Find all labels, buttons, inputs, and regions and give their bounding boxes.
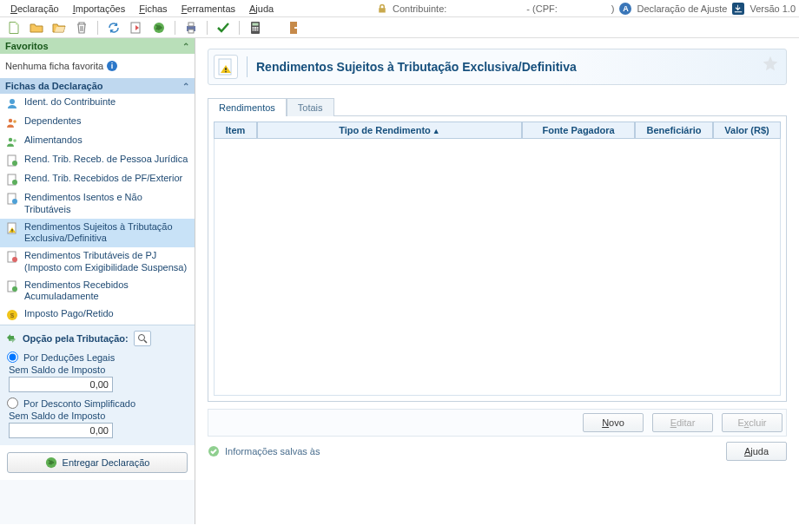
info-icon[interactable]: i [107,61,117,71]
doc-blue-icon [5,192,19,206]
col-fonte[interactable]: Fonte Pagadora [522,122,635,139]
lock-icon [377,3,387,14]
arrows-icon [5,332,17,345]
favoritos-header[interactable]: Favoritos ⌃ [0,38,195,54]
tree-label: Rendimentos Isentos e Não Tributáveis [24,192,189,216]
print-icon[interactable] [182,19,200,36]
person-icon [5,96,19,110]
tree-item-rend-pj[interactable]: Rend. Trib. Receb. de Pessoa Jurídica [0,151,195,170]
cpf-end: ) [611,3,615,14]
doc-green2-icon [5,173,19,187]
svg-rect-4 [188,30,194,33]
tree-item-ident[interactable]: Ident. do Contribuinte [0,94,195,113]
doc-green3-icon [5,279,19,293]
content-area: Rendimentos Sujeitos à Tributação Exclus… [195,38,799,524]
svg-point-29 [12,257,17,262]
svg-rect-11 [254,29,256,30]
col-benef[interactable]: Beneficiário [635,122,713,139]
deliver-button[interactable]: Entregar Declaração [7,452,188,473]
deliver-label: Entregar Declaração [63,457,150,468]
download-icon [732,3,744,15]
col-tipo[interactable]: Tipo de Rendimento▲ [257,122,522,139]
new-doc-icon[interactable] [5,19,23,36]
editar-button: Editar [652,413,713,432]
value-1 [9,377,113,392]
favoritos-label: Favoritos [5,41,49,51]
menu-importacoes[interactable]: Importações [66,2,133,16]
cpf-label: - (CPF: [526,3,557,14]
opt-simplificado[interactable]: Por Desconto Simplificado [5,396,189,410]
svg-rect-8 [254,27,256,29]
tree-item-imposto[interactable]: $ Imposto Pago/Retido [0,305,195,325]
menu-ferramentas[interactable]: Ferramentas [175,2,242,16]
ajuda-button[interactable]: Ajuda [726,442,787,461]
svg-point-17 [9,138,12,141]
people2-icon [5,135,19,148]
svg-rect-27 [11,231,12,232]
svg-point-15 [9,119,12,122]
tree-item-exclusiva[interactable]: Rendimentos Sujeitos à Tributação Exclus… [0,219,195,248]
tree-item-dependentes[interactable]: Dependentes [0,113,195,132]
svg-rect-9 [257,27,259,29]
svg-text:$: $ [10,312,15,319]
collapse-icon: ⌃ [182,82,189,91]
collapse-icon: ⌃ [182,42,189,51]
footer-text: Informações salvas às [225,446,320,456]
no-favorites-text: Nenhuma ficha favorita i [5,57,189,75]
tree-label: Rend. Trib. Recebidos de PF/Exterior [24,173,189,185]
content-footer: Informações salvas às Ajuda [208,442,787,461]
svg-point-22 [12,180,17,185]
favorite-star-button[interactable] [762,55,779,72]
sub-label-1: Sem Saldo de Imposto [5,365,189,375]
people-icon [5,115,19,129]
tree-item-alimentandos[interactable]: Alimentandos [0,132,195,151]
exit-icon[interactable] [287,19,304,36]
col-item[interactable]: Item [214,122,257,139]
globe-icon[interactable] [150,19,168,36]
badge-a-icon: A [619,3,631,15]
value-2 [9,423,113,438]
tab-rendimentos[interactable]: Rendimentos [208,98,287,116]
radio-deducoes[interactable] [7,351,18,363]
trash-icon[interactable] [73,19,90,36]
doc-warning-large-icon [214,55,238,79]
excluir-button: Excluir [722,413,782,432]
tab-totais[interactable]: Totais [287,98,334,116]
open-folder-icon[interactable] [28,19,45,36]
open-folder2-icon[interactable] [50,19,68,36]
contribuinte-label: Contribuinte: [393,3,446,14]
tree-label: Rendimentos Tributáveis de PJ (Imposto c… [24,250,189,274]
tax-option-panel: Opção pela Tributação: Por Deduções Lega… [0,325,195,445]
page-title: Rendimentos Sujeitos à Tributação Exclus… [256,60,577,74]
menu-fichas[interactable]: Fichas [132,2,174,16]
tree-item-acumulada[interactable]: Rendimentos Recebidos Acumuladamente [0,277,195,306]
novo-button[interactable]: Novo [583,413,644,432]
svg-rect-12 [257,29,259,30]
svg-point-18 [13,139,17,142]
table-buttons: Novo Editar Excluir [208,409,787,437]
opcao-label: Opção pela Tributação: [23,333,129,344]
tree-item-isentos[interactable]: Rendimentos Isentos e Não Tributáveis [0,189,195,219]
tree-item-suspensa[interactable]: Rendimentos Tributáveis de PJ (Imposto c… [0,247,195,277]
col-valor[interactable]: Valor (R$) [713,122,781,139]
svg-rect-38 [225,71,227,72]
svg-rect-37 [225,68,227,70]
opt-deducoes-label: Por Deduções Legais [23,352,115,363]
radio-simplificado[interactable] [7,397,18,409]
doc-arrow-icon[interactable] [128,19,145,36]
svg-point-24 [12,199,17,204]
svg-rect-6 [253,23,259,25]
tabs: Rendimentos Totais [208,97,787,115]
check-icon[interactable] [215,19,232,36]
tree-label: Alimentandos [24,135,189,147]
table-header: Item Tipo de Rendimento▲ Fonte Pagadora … [214,122,781,139]
fichas-header[interactable]: Fichas da Declaração ⌃ [0,78,195,94]
search-button[interactable] [134,331,151,346]
menu-declaracao[interactable]: Declaração [3,2,66,16]
tree-item-rend-pf[interactable]: Rend. Trib. Recebidos de PF/Exterior [0,170,195,189]
svg-rect-26 [11,229,12,231]
opt-deducoes[interactable]: Por Deduções Legais [5,350,189,365]
menu-ajuda[interactable]: Ajuda [242,2,281,16]
refresh-icon[interactable] [105,19,122,36]
calculator-icon[interactable] [247,19,264,36]
